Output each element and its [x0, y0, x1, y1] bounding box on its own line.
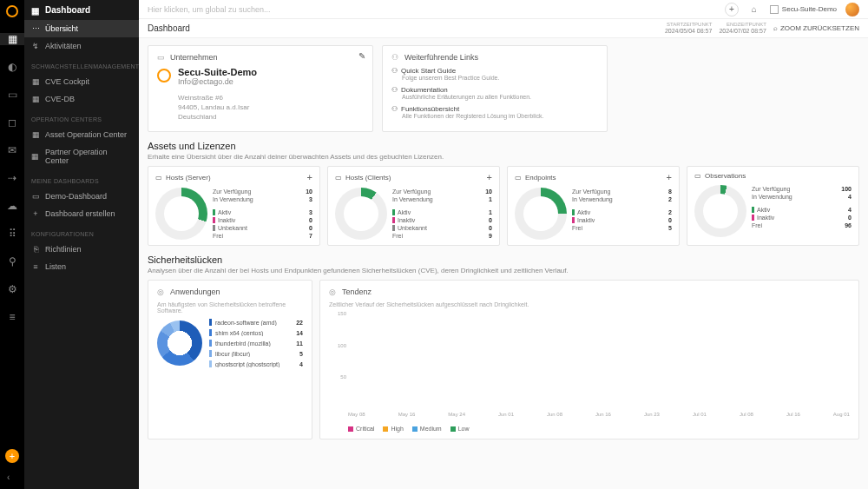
asset-add-button[interactable]: +	[307, 172, 312, 182]
link-title-text: Funktionsübersicht	[401, 105, 459, 113]
partner-icon: ▦	[31, 152, 40, 161]
global-search[interactable]: Hier klicken, um global zu suchen...	[148, 5, 716, 14]
link-bullet-icon: ⚇	[391, 86, 398, 94]
sidebar-item-asset-oc[interactable]: ▦ Asset Operation Center	[24, 126, 139, 143]
app-swatch	[209, 329, 212, 336]
kv-value: 3	[297, 209, 312, 215]
company-card-title: Unternehmen	[170, 53, 218, 62]
sidebar-item-label: Listen	[45, 262, 66, 271]
nav-icon-10[interactable]: ⚙	[6, 283, 18, 295]
assets-subtitle: Erhalte eine Übersicht über die Anzahl d…	[148, 153, 859, 161]
nav-icon-7[interactable]: ☁	[6, 200, 18, 212]
app-logo	[6, 5, 18, 17]
kv-value: 7	[297, 233, 312, 239]
zoom-reset-button[interactable]: ⌕ ZOOM ZURÜCKSETZEN	[773, 24, 859, 32]
kv-label: Frei	[752, 222, 762, 228]
fab-add-button[interactable]: +	[5, 449, 19, 463]
end-value: 2024/07/02 08:57	[719, 28, 766, 35]
sidebar-item-activities[interactable]: ↯ Aktivitäten	[24, 37, 139, 55]
end-time: ENDZEITPUNKT 2024/07/02 08:57	[719, 22, 766, 34]
link-title-text: Quick Start Guide	[401, 67, 456, 75]
sidebar-item-lists[interactable]: ≡ Listen	[24, 258, 139, 275]
kv-label: Aktiv	[392, 209, 411, 215]
asset-icon: ▭	[335, 174, 342, 182]
asset-add-button[interactable]: +	[487, 172, 492, 182]
sidebar-item-cve-db[interactable]: ▦ CVE-DB	[24, 90, 139, 108]
sidebar-item-create-dash[interactable]: + Dashboard erstellen	[24, 205, 139, 222]
kv-value: 0	[297, 217, 312, 223]
app-swatch	[209, 319, 212, 326]
asset-add-button[interactable]: +	[667, 172, 672, 182]
asset-card-title: Hosts (Server)	[166, 174, 211, 182]
sidebar: ▦ Dashboard ⋯ Übersicht ↯ Aktivitäten SC…	[24, 0, 139, 489]
kv-value: 0	[477, 225, 492, 231]
kv-value: 96	[836, 222, 852, 228]
zoom-reset-label: ZOOM ZURÜCKSETZEN	[780, 24, 859, 32]
x-tick: Jun 01	[498, 412, 514, 417]
link-desc: Alle Funktionen der Registered Lösung im…	[402, 113, 598, 119]
sidebar-item-demo-dash[interactable]: ▭ Demo-Dashboard	[24, 188, 139, 205]
nav-icon-3[interactable]: ▭	[6, 89, 18, 101]
kv-label: Aktiv	[572, 209, 590, 215]
kv-value: 1	[477, 196, 492, 202]
nav-icon-5[interactable]: ✉	[6, 144, 18, 156]
start-label: STARTZEITPUNKT	[665, 22, 713, 28]
sidebar-item-label: Übersicht	[45, 24, 78, 33]
nav-icon-8[interactable]: ⠿	[6, 228, 18, 240]
asset-icon: ▭	[155, 174, 162, 182]
kv-value: 0	[656, 217, 672, 223]
kv-value: 10	[297, 188, 312, 195]
trend-legend: Critical High Medium Low	[329, 426, 850, 432]
apps-list: radeon-software (amd)22shim x64 (centos)…	[209, 317, 303, 369]
asset-donut-chart	[335, 188, 387, 240]
sidebar-item-overview[interactable]: ⋯ Übersicht	[24, 20, 139, 37]
legend-critical-swatch	[348, 426, 353, 432]
kv-value: 8	[656, 188, 672, 195]
trend-icon: ◎	[329, 287, 338, 296]
links-card-title: Weiterführende Links	[404, 53, 478, 62]
link-item[interactable]: ⚇DokumentationAusführliche Erläuterungen…	[391, 86, 598, 100]
edit-company-button[interactable]: ✎	[358, 51, 365, 61]
collapse-rail-icon[interactable]: ‹	[7, 472, 10, 482]
sidebar-item-cve-cockpit[interactable]: ▦ CVE Cockpit	[24, 73, 139, 90]
app-count: 22	[296, 320, 303, 326]
notifications-icon[interactable]: ⌂	[747, 3, 761, 17]
kv-label: Frei	[572, 225, 582, 231]
sidebar-item-partner-oc[interactable]: ▦ Partner Operation Center	[24, 143, 139, 169]
dashboard-icon: ▦	[31, 6, 40, 15]
sidebar-item-label: Partner Operation Center	[45, 148, 132, 165]
kv-label: Inaktiv	[213, 217, 235, 223]
nav-icon-11[interactable]: ≡	[6, 311, 18, 323]
kv-value: 10	[477, 188, 492, 195]
lists-icon: ≡	[31, 262, 40, 271]
link-item[interactable]: ⚇Quick Start GuideFolge unserem Best Pra…	[391, 67, 598, 81]
kv-label: Frei	[213, 233, 223, 239]
asset-card-title: Endpoints	[525, 174, 556, 182]
user-avatar[interactable]	[845, 3, 859, 17]
add-button[interactable]: +	[725, 3, 739, 17]
trend-card: ◎ Tendenz Zeitlicher Verlauf der Sicherh…	[319, 280, 859, 439]
trend-card-title: Tendenz	[342, 287, 372, 296]
x-tick: May 08	[348, 412, 365, 417]
company-email: Info@ectago.de	[178, 77, 257, 86]
nav-dashboard-icon[interactable]: ▦	[0, 33, 24, 45]
org-selector[interactable]: Secu-Suite-Demo	[770, 5, 837, 14]
main: Hier klicken, um global zu suchen... + ⌂…	[139, 0, 868, 489]
kv-value: 9	[477, 233, 492, 239]
nav-icon-6[interactable]: ⇢	[6, 172, 18, 184]
apps-pie-chart	[157, 320, 202, 366]
x-tick: Jul 16	[786, 412, 800, 417]
kv-value: 4	[836, 207, 852, 213]
kv-label: Zur Verfügung	[572, 188, 610, 195]
icon-rail: ▦ ◐ ▭ ◻ ✉ ⇢ ☁ ⠿ ⚲ ⚙ ≡ + ‹	[0, 0, 24, 489]
nav-icon-9[interactable]: ⚲	[6, 255, 18, 268]
activity-icon: ↯	[31, 42, 40, 50]
sidebar-item-guidelines[interactable]: ⎘ Richtlinien	[24, 241, 139, 258]
nav-icon-2[interactable]: ◐	[6, 61, 18, 73]
asset-card: ▭Endpoints+Zur Verfügung8In Verwendung2A…	[507, 166, 680, 246]
sidebar-section-config: KONFIGURATIONEN	[24, 222, 139, 241]
kv-label: In Verwendung	[752, 194, 792, 200]
sidebar-title: Dashboard	[45, 5, 90, 15]
link-item[interactable]: ⚇FunktionsübersichtAlle Funktionen der R…	[391, 105, 598, 119]
nav-icon-4[interactable]: ◻	[6, 116, 18, 129]
